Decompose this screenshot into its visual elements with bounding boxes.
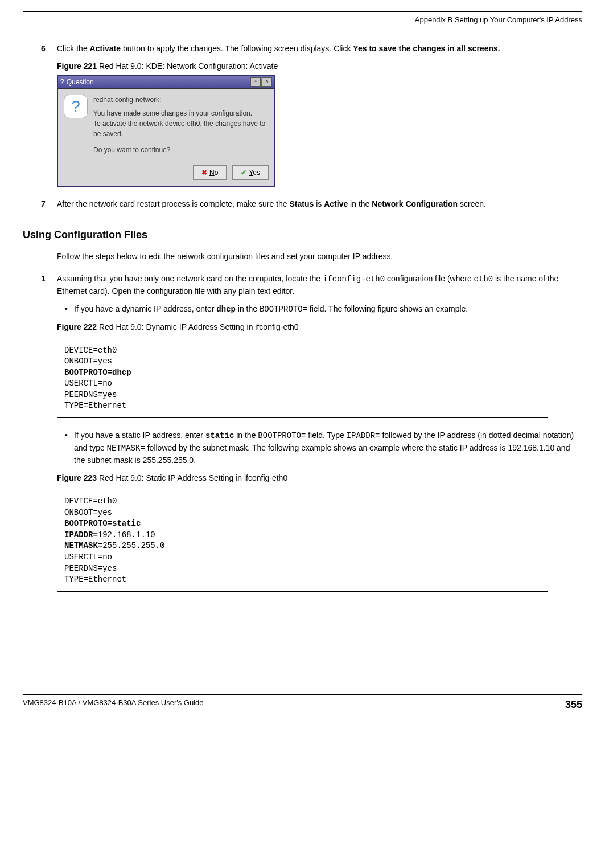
cancel-icon: ✖ bbox=[201, 167, 207, 178]
bullet-dhcp-text-c: field. The following figure shows an exa… bbox=[307, 304, 468, 313]
step-7-text-a: After the network card restart process i… bbox=[57, 199, 290, 208]
step-1-mono-1: ifconfig-eth0 bbox=[323, 275, 385, 284]
dialog-line-2: To activate the network device eth0, the… bbox=[93, 118, 269, 139]
step-6-text-b: button to apply the changes. The followi… bbox=[121, 44, 353, 53]
step-7-text-b: is bbox=[314, 199, 324, 208]
code223-l3-val: static bbox=[112, 519, 141, 528]
code223-l1: DEVICE=eth0 bbox=[64, 497, 117, 506]
step-7-bold-1: Status bbox=[290, 199, 314, 208]
figure-222-text: Red Hat 9.0: Dynamic IP Address Setting … bbox=[97, 322, 299, 331]
footer-rule bbox=[23, 694, 582, 695]
step-7-text-c: in the bbox=[348, 199, 372, 208]
bullet-static-text-b: in the bbox=[234, 431, 258, 440]
step-6-bold-2: Yes to save the changes in all screens. bbox=[353, 44, 500, 53]
intro-paragraph: Follow the steps below to edit the netwo… bbox=[57, 251, 582, 263]
page-footer: VMG8324-B10A / VMG8324-B30A Series User'… bbox=[23, 694, 582, 713]
question-icon: ? bbox=[64, 95, 88, 118]
code223-l8: TYPE=Ethernet bbox=[64, 575, 126, 584]
code222-l2: ONBOOT=yes bbox=[64, 357, 112, 366]
code223-l4-val: 192.168.1.10 bbox=[98, 530, 155, 539]
step-1-number: 1 bbox=[41, 273, 46, 285]
code-box-dhcp: DEVICE=eth0 ONBOOT=yes BOOTPROTO=dhcp US… bbox=[57, 339, 548, 419]
figure-221-text: Red Hat 9.0: KDE: Network Configuration:… bbox=[97, 62, 278, 71]
kde-question-dialog: ? Question ▫ × ? redhat-config-network: … bbox=[57, 75, 275, 187]
yes-button[interactable]: ✔ YYeses bbox=[232, 165, 269, 180]
bullet-static-mono-1: BOOTPROTO= bbox=[258, 431, 306, 440]
dialog-line-1: You have made some changes in your confi… bbox=[93, 108, 269, 118]
figure-222-caption: Figure 222 Red Hat 9.0: Dynamic IP Addre… bbox=[57, 321, 582, 333]
bullet-static-text-e: followed by the subnet mask. The followi… bbox=[74, 443, 570, 465]
check-icon: ✔ bbox=[241, 167, 246, 178]
code222-l3: BOOTPROTO=dhcp bbox=[64, 368, 131, 377]
dialog-body: ? redhat-config-network: You have made s… bbox=[58, 89, 274, 161]
figure-223-text: Red Hat 9.0: Static IP Address Setting i… bbox=[97, 473, 287, 482]
code223-l4-key: IPADDR= bbox=[64, 530, 98, 539]
figure-223-caption: Figure 223 Red Hat 9.0: Static IP Addres… bbox=[57, 472, 582, 484]
dialog-line-3: Do you want to continue? bbox=[93, 145, 269, 155]
step-1-mono-2: eth0 bbox=[474, 275, 493, 284]
bullet-static-text-c: field. Type bbox=[306, 431, 346, 440]
dialog-titlebar: ? Question ▫ × bbox=[58, 76, 274, 89]
no-button[interactable]: ✖ NNoo bbox=[193, 165, 227, 180]
step-6: 6 Click the Activate button to apply the… bbox=[57, 43, 582, 55]
step-1: 1 Assuming that you have only one networ… bbox=[57, 273, 582, 297]
yes-button-label: YYeses bbox=[249, 167, 260, 178]
close-button[interactable]: × bbox=[262, 77, 272, 87]
figure-223-label: Figure 223 bbox=[57, 473, 97, 482]
step-1-text-a: Assuming that you have only one network … bbox=[57, 274, 323, 283]
bullet-dhcp-text-a: If you have a dynamic IP address, enter bbox=[74, 304, 216, 313]
code223-l3-key: BOOTPROTO= bbox=[64, 519, 112, 528]
bullet-static-mono-2: IPADDR= bbox=[347, 431, 380, 440]
footer-guide-name: VMG8324-B10A / VMG8324-B30A Series User'… bbox=[23, 697, 204, 713]
question-titlebar-icon: ? bbox=[60, 77, 64, 87]
step-7: 7 After the network card restart process… bbox=[57, 198, 582, 210]
code-box-static: DEVICE=eth0 ONBOOT=yes BOOTPROTO=static … bbox=[57, 490, 548, 592]
step-7-text-d: screen. bbox=[458, 199, 486, 208]
bullet-static: If you have a static IP address, enter s… bbox=[74, 429, 582, 466]
code222-l1: DEVICE=eth0 bbox=[64, 346, 117, 355]
bullet-dhcp-bmono: dhcp bbox=[216, 305, 236, 314]
figure-222-label: Figure 222 bbox=[57, 322, 97, 331]
code223-l5-key: NETMASK= bbox=[64, 541, 102, 550]
header-rule bbox=[23, 11, 582, 12]
no-button-label: NNoo bbox=[209, 167, 218, 178]
maximize-button[interactable]: ▫ bbox=[250, 77, 261, 87]
bullet-dhcp-text-b: in the bbox=[236, 304, 260, 313]
dialog-button-row: ✖ NNoo ✔ YYeses bbox=[58, 161, 274, 186]
dialog-title: Question bbox=[67, 77, 94, 87]
step-7-bold-3: Network Configuration bbox=[372, 199, 458, 208]
page-number: 355 bbox=[565, 697, 582, 713]
figure-221-label: Figure 221 bbox=[57, 62, 97, 71]
bullet-dhcp-mono: BOOTPROTO= bbox=[260, 305, 307, 314]
bullet-static-text-a: If you have a static IP address, enter bbox=[74, 431, 205, 440]
step-7-number: 7 bbox=[41, 198, 46, 210]
code223-l6: USERCTL=no bbox=[64, 552, 112, 562]
code223-l2: ONBOOT=yes bbox=[64, 508, 112, 517]
dialog-app-name: redhat-config-network: bbox=[93, 95, 269, 105]
step-7-bold-2: Active bbox=[324, 199, 348, 208]
dialog-text: redhat-config-network: You have made som… bbox=[93, 95, 269, 155]
step-6-bold-1: Activate bbox=[90, 44, 121, 53]
section-heading: Using Configuration Files bbox=[23, 227, 582, 243]
bullet-static-mono-3: NETMASK= bbox=[107, 444, 145, 453]
step-6-number: 6 bbox=[41, 43, 46, 55]
step-1-text-b: configuration file (where bbox=[385, 274, 474, 283]
code223-l7: PEERDNS=yes bbox=[64, 564, 117, 573]
bullet-dhcp: If you have a dynamic IP address, enter … bbox=[74, 303, 582, 316]
code222-l6: TYPE=Ethernet bbox=[64, 401, 126, 410]
code222-l4: USERCTL=no bbox=[64, 379, 112, 388]
running-header: Appendix B Setting up Your Computer's IP… bbox=[23, 14, 582, 26]
code223-l5-val: 255.255.255.0 bbox=[102, 541, 164, 550]
step-6-text-a: Click the bbox=[57, 44, 90, 53]
figure-221-caption: Figure 221 Red Hat 9.0: KDE: Network Con… bbox=[57, 60, 582, 72]
bullet-static-bmono: static bbox=[205, 431, 234, 440]
code222-l5: PEERDNS=yes bbox=[64, 390, 117, 399]
